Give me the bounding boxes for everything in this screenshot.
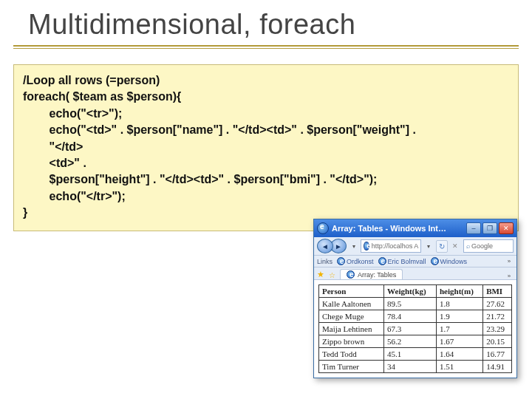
table-row: Chege Muge78.41.921.72 [319,310,512,323]
code-line: echo("<tr>"); [23,107,122,120]
code-line: <td>" . [23,157,86,169]
address-bar[interactable]: http://localhos A [361,239,421,253]
links-label: Links [317,258,332,265]
col-header: height(m) [437,285,483,298]
table-cell: 1.67 [437,335,483,348]
link-item[interactable]: Eric Bolmvall [378,257,426,265]
code-line: $person["height"] . "</td><td>" . $perso… [23,173,377,185]
slide-title: Multidimensional, foreach [13,6,519,47]
link-item[interactable]: Ordkonst [337,257,374,265]
code-line: "</td> [23,140,83,153]
link-item[interactable]: Windows [431,257,468,265]
table-cell: 1.7 [437,323,483,335]
ie-icon [317,222,329,234]
code-line: echo("</tr>"); [23,190,126,202]
titlebar: Array: Tables - Windows Int… – ❐ ✕ [314,219,516,237]
back-button[interactable]: ◄ [317,239,333,253]
search-box[interactable]: ⌕ Google [463,239,514,253]
stop-icon[interactable]: ✕ [451,241,460,251]
minimize-button[interactable]: – [466,222,481,234]
add-favorite-icon[interactable]: ☆ [329,271,335,279]
table-cell: Chege Muge [319,310,384,323]
close-button[interactable]: ✕ [499,222,514,234]
code-block: /Loop all rows (=person) foreach( $team … [13,64,519,231]
tab-label: Array: Tables [358,271,396,279]
table-row: Tim Turner341.5114.91 [319,361,512,373]
table-cell: 34 [384,361,437,373]
table-cell: 20.15 [483,335,512,348]
table-cell: 1.64 [437,348,483,361]
table-cell: 78.4 [384,310,437,323]
refresh-icon[interactable]: ↻ [436,240,448,253]
table-cell: 23.29 [483,323,512,335]
table-cell: Kalle Aaltonen [319,298,384,310]
nav-history-dropdown[interactable]: ▾ [349,243,358,250]
page-icon [347,270,355,279]
table-cell: Zippo brown [319,335,384,348]
table-cell: 67.3 [384,323,437,335]
table-row: Kalle Aaltonen89.51.827.62 [319,298,512,310]
table-row: Tedd Todd45.11.6416.77 [319,348,512,361]
table-cell: Tedd Todd [319,348,384,361]
table-cell: 21.72 [483,310,512,323]
address-text: http://localhos A [372,242,419,250]
table-row: Maija Lehtinen67.31.723.29 [319,323,512,335]
code-line: /Loop all rows (=person) [23,74,160,86]
code-line: } [23,206,27,219]
browser-tab[interactable]: Array: Tables [340,269,403,279]
window-title: Array: Tables - Windows Int… [332,224,446,233]
page-icon [337,257,345,265]
favorites-icon[interactable]: ★ [317,270,324,279]
table-cell: Tim Turner [319,361,384,373]
tab-overflow[interactable]: » [505,273,514,279]
table-cell: 16.77 [483,348,512,361]
table-cell: 56.2 [384,335,437,348]
links-overflow[interactable]: » [505,258,514,265]
table-cell: 14.91 [483,361,512,373]
page-icon [378,257,386,265]
table-cell: 1.51 [437,361,483,373]
page-icon [431,257,439,265]
table-cell: 1.9 [437,310,483,323]
table-cell: 45.1 [384,348,437,361]
col-header: Person [319,285,384,298]
code-line: foreach( $team as $person){ [23,90,181,103]
col-header: BMI [483,285,512,298]
table-cell: Maija Lehtinen [319,323,384,335]
tab-bar: ★ ☆ Array: Tables » [314,267,516,280]
search-placeholder: Google [471,242,493,250]
code-line: echo("<td>" . $person["name"] . "</td><t… [23,123,416,136]
nav-toolbar: ◄ ► ▾ http://localhos A ▾ ↻ ✕ ⌕ Google [314,237,516,256]
col-header: Weight(kg) [384,285,437,298]
maximize-button[interactable]: ❐ [482,222,497,234]
table-cell: 1.8 [437,298,483,310]
table-row: Zippo brown56.21.6720.15 [319,335,512,348]
page-content: Person Weight(kg) height(m) BMI Kalle Aa… [314,280,516,378]
links-bar: Links Ordkonst Eric Bolmvall Windows » [314,256,516,267]
table-cell: 27.62 [483,298,512,310]
data-table: Person Weight(kg) height(m) BMI Kalle Aa… [318,284,512,373]
search-icon: ⌕ [466,242,470,250]
address-dropdown[interactable]: ▾ [424,243,432,250]
ie-icon [364,242,369,250]
table-cell: 89.5 [384,298,437,310]
browser-window: Array: Tables - Windows Int… – ❐ ✕ ◄ ► ▾… [313,219,517,378]
